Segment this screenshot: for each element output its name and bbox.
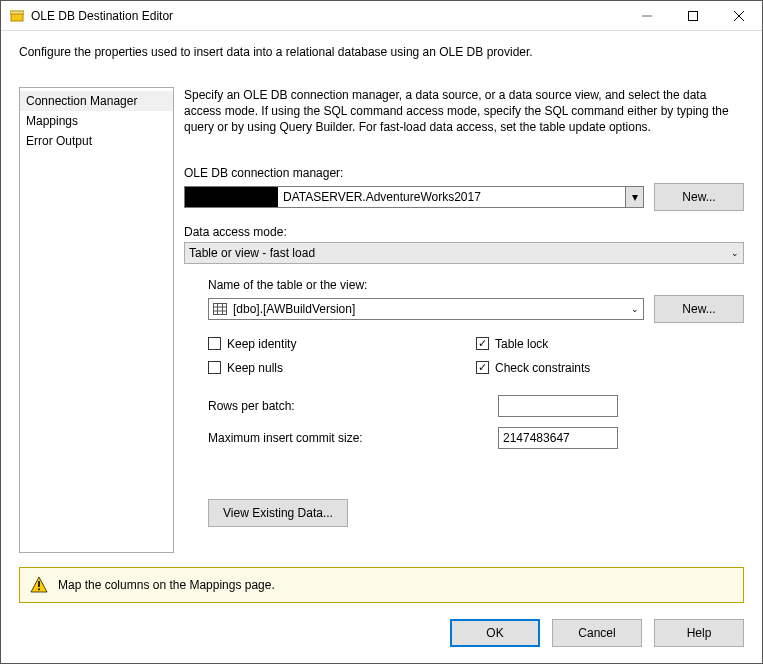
main-panel: Specify an OLE DB connection manager, a … — [184, 87, 744, 553]
title-bar: OLE DB Destination Editor — [1, 1, 762, 31]
new-table-button[interactable]: New... — [654, 295, 744, 323]
svg-rect-12 — [38, 581, 40, 587]
chevron-down-icon: ⌄ — [731, 248, 739, 258]
max-commit-input[interactable] — [498, 427, 618, 449]
table-icon — [213, 303, 227, 315]
rows-per-batch-label: Rows per batch: — [208, 399, 498, 413]
new-connection-button[interactable]: New... — [654, 183, 744, 211]
check-constraints-label: Check constraints — [495, 361, 590, 375]
table-name-dropdown[interactable]: [dbo].[AWBuildVersion] ⌄ — [208, 298, 644, 320]
sidebar-item-mappings[interactable]: Mappings — [20, 111, 173, 131]
dialog-button-bar: OK Cancel Help — [1, 609, 762, 663]
view-existing-data-button[interactable]: View Existing Data... — [208, 499, 348, 527]
conn-mgr-label: OLE DB connection manager: — [184, 166, 744, 180]
table-lock-checkbox[interactable]: ✓ — [476, 337, 489, 350]
keep-nulls-label: Keep nulls — [227, 361, 283, 375]
table-lock-label: Table lock — [495, 337, 548, 351]
access-mode-value: Table or view - fast load — [189, 246, 315, 260]
cancel-button[interactable]: Cancel — [552, 619, 642, 647]
warning-text: Map the columns on the Mappings page. — [58, 578, 275, 592]
close-button[interactable] — [716, 1, 762, 30]
svg-rect-6 — [214, 303, 227, 314]
keep-identity-checkbox[interactable] — [208, 337, 221, 350]
page-description: Configure the properties used to insert … — [1, 31, 762, 85]
keep-nulls-checkbox[interactable] — [208, 361, 221, 374]
help-button[interactable]: Help — [654, 619, 744, 647]
redacted-server-name — [185, 187, 278, 207]
warning-bar: Map the columns on the Mappings page. — [19, 567, 744, 603]
maximize-button[interactable] — [670, 1, 716, 30]
access-mode-label: Data access mode: — [184, 225, 744, 239]
dropdown-caret-icon: ▾ — [625, 187, 643, 207]
window-title: OLE DB Destination Editor — [31, 9, 624, 23]
conn-mgr-value: DATASERVER.AdventureWorks2017 — [283, 190, 481, 204]
svg-rect-13 — [38, 588, 40, 590]
table-name-value: [dbo].[AWBuildVersion] — [233, 302, 355, 316]
chevron-down-icon: ⌄ — [631, 304, 639, 314]
sidebar: Connection Manager Mappings Error Output — [19, 87, 174, 553]
keep-identity-label: Keep identity — [227, 337, 296, 351]
svg-rect-1 — [10, 11, 24, 14]
sidebar-item-label: Connection Manager — [26, 94, 137, 108]
app-icon — [9, 8, 25, 24]
sidebar-item-label: Error Output — [26, 134, 92, 148]
access-mode-dropdown[interactable]: Table or view - fast load ⌄ — [184, 242, 744, 264]
warning-icon — [30, 576, 48, 594]
minimize-button[interactable] — [624, 1, 670, 30]
check-constraints-checkbox[interactable]: ✓ — [476, 361, 489, 374]
sidebar-item-label: Mappings — [26, 114, 78, 128]
max-commit-label: Maximum insert commit size: — [208, 431, 498, 445]
sidebar-item-error-output[interactable]: Error Output — [20, 131, 173, 151]
rows-per-batch-input[interactable] — [498, 395, 618, 417]
instructions-text: Specify an OLE DB connection manager, a … — [184, 87, 744, 136]
sidebar-item-connection-manager[interactable]: Connection Manager — [20, 91, 173, 111]
ok-button[interactable]: OK — [450, 619, 540, 647]
svg-rect-3 — [689, 11, 698, 20]
table-name-label: Name of the table or the view: — [208, 278, 744, 292]
conn-mgr-dropdown[interactable]: DATASERVER.AdventureWorks2017 ▾ — [184, 186, 644, 208]
